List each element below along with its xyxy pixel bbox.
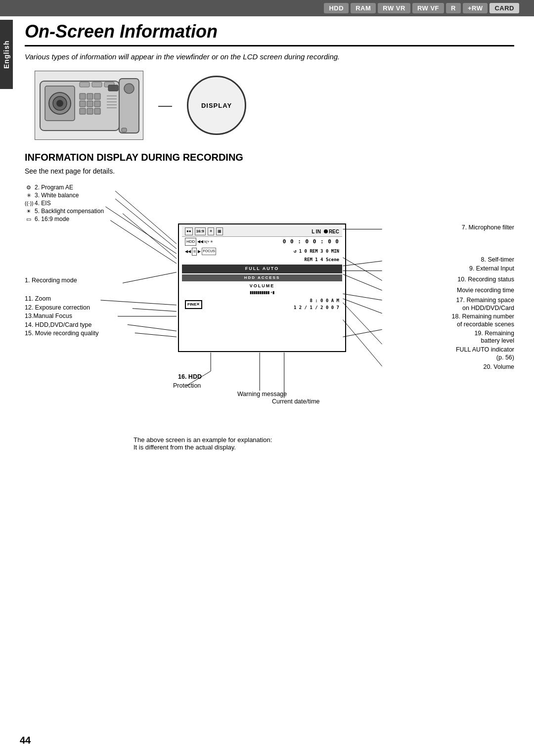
label-mic-pos: 7. Microphone filter xyxy=(462,222,514,231)
label-of-scenes: of recordable scenes xyxy=(447,321,514,328)
nav-rwvf[interactable]: RW VF xyxy=(412,3,444,13)
page-title: On-Screen Information xyxy=(25,21,514,46)
svg-line-43 xyxy=(343,299,382,313)
screen-full-auto: FULL AUTO xyxy=(182,265,342,273)
label-on-hdd: on HDD/DVD/Card xyxy=(452,305,514,311)
svg-line-41 xyxy=(343,274,382,291)
camera-section: — DISPLAY xyxy=(25,71,514,140)
screen-display-box: ●● 16:9 ☀ ▦ L IN REC HDD ◀◀ k(» xyxy=(178,223,346,352)
label-wb: 3. White balance xyxy=(35,192,79,199)
label-movie-time-pos: Movie recording time xyxy=(457,285,514,294)
svg-rect-9 xyxy=(87,93,93,99)
svg-rect-11 xyxy=(80,101,86,107)
screen-date: 1 2 / 1 / 2 0 0 7 xyxy=(294,305,339,311)
svg-line-44 xyxy=(343,329,382,337)
label-rec-mode-pos: 1. Recording mode xyxy=(25,275,77,284)
svg-rect-12 xyxy=(87,101,93,107)
label-movie-time: Movie recording time xyxy=(457,287,514,294)
display-button: DISPLAY xyxy=(187,76,246,135)
label-self-timer: 8. Self-timer xyxy=(481,256,514,263)
language-tab: English xyxy=(0,20,13,89)
arrow-connector: — xyxy=(158,97,172,113)
camera-image xyxy=(35,71,143,140)
diagram-area: ⚙ 2. Program AE ✳ 3. White balance ((·))… xyxy=(25,184,514,421)
screen-time: 0 0 : 0 0 : 0 0 xyxy=(283,238,339,246)
footer-line1: The above screen is an example for expla… xyxy=(134,436,514,444)
footer-note: The above screen is an example for expla… xyxy=(25,436,514,451)
nav-rwvr[interactable]: RW VR xyxy=(378,3,410,13)
nav-r[interactable]: R xyxy=(446,3,461,13)
label-battery2: battery level xyxy=(471,337,514,344)
screen-volume-label: VOLUME xyxy=(182,283,342,290)
svg-point-24 xyxy=(124,84,134,93)
svg-line-31 xyxy=(123,272,177,283)
screen-rem1: ↺ 1 0 REM 3 0 MIN xyxy=(294,248,339,255)
screen-hdd-access: HDD ACCESS xyxy=(182,274,342,281)
svg-line-30 xyxy=(110,221,177,264)
label-wb-row: ✳ 3. White balance xyxy=(25,192,104,199)
nav-card[interactable]: CARD xyxy=(490,3,519,13)
svg-rect-22 xyxy=(108,85,118,91)
label-page56: (p. 56) xyxy=(487,354,514,361)
svg-rect-5 xyxy=(80,82,89,87)
label-on-hdd-pos: on HDD/DVD/Card xyxy=(452,303,514,312)
label-prog-ae-row: ⚙ 2. Program AE xyxy=(25,184,104,191)
eis-icon: ((·)) xyxy=(25,200,33,206)
svg-line-46 xyxy=(343,320,382,366)
wb-icon: ✳ xyxy=(25,192,33,199)
label-full-auto: FULL AUTO indicator xyxy=(456,346,514,353)
label-zoom: 11. Zoom xyxy=(25,295,51,302)
label-backlight-row: ☀ 5. Backlight compensation xyxy=(25,208,104,215)
svg-rect-25 xyxy=(122,128,127,132)
label-ext-input-pos: 9. External Input xyxy=(469,264,514,272)
backlight-icon: ☀ xyxy=(25,208,33,215)
label-hdd16-pos: 16. HDD xyxy=(178,372,202,381)
screen-rem2: REM 1 4 Scene xyxy=(305,257,339,264)
screen-lin: L IN xyxy=(312,228,321,235)
label-exposure: 12. Exposure correction xyxy=(25,304,90,311)
left-top-labels: ⚙ 2. Program AE ✳ 3. White balance ((·))… xyxy=(25,184,104,223)
screen-finex: FINE✕ xyxy=(185,300,202,309)
label-focus: 13.Manual Focus xyxy=(25,312,72,319)
svg-line-26 xyxy=(115,191,177,244)
nav-plusrw[interactable]: +RW xyxy=(463,3,488,13)
label-rem-scenes: 18. Remaining number xyxy=(452,313,514,320)
label-exposure-pos: 12. Exposure correction xyxy=(25,303,90,311)
label-volume-pos: 20. Volume xyxy=(483,362,514,371)
display-label: DISPLAY xyxy=(201,102,232,109)
see-next-text: See the next page for details. xyxy=(25,167,514,175)
svg-line-42 xyxy=(343,294,382,300)
label-movie-quality: 15. Movie recording quality xyxy=(25,330,98,337)
svg-line-40 xyxy=(343,258,382,281)
label-169-row: ▭ 6. 16:9 mode xyxy=(25,216,104,222)
subtitle: Various types of information will appear… xyxy=(25,52,514,61)
svg-point-4 xyxy=(56,100,63,107)
svg-line-27 xyxy=(115,199,177,249)
prog-ae-icon: ⚙ xyxy=(25,184,33,191)
nav-hdd[interactable]: HDD xyxy=(324,3,349,13)
label-backlight: 5. Backlight compensation xyxy=(35,208,104,215)
svg-rect-8 xyxy=(80,93,86,99)
nav-ram[interactable]: RAM xyxy=(351,3,376,13)
169-icon: ▭ xyxy=(25,216,33,222)
label-rec-mode: 1. Recording mode xyxy=(25,277,77,284)
label-rem-space: 17. Remaining space xyxy=(456,297,514,304)
label-rec-status-pos: 10. Recording status xyxy=(457,274,514,283)
section-heading: INFORMATION DISPLAY DURING RECORDING xyxy=(25,152,514,163)
label-date: Current date/time xyxy=(272,398,320,405)
label-battery2-pos: battery level xyxy=(471,336,514,345)
svg-line-45 xyxy=(343,303,382,344)
svg-rect-16 xyxy=(94,108,100,114)
svg-line-38 xyxy=(343,261,382,266)
label-mic: 7. Microphone filter xyxy=(462,224,514,231)
label-eis-row: ((·)) 4. EIS xyxy=(25,200,104,207)
label-self-timer-pos: 8. Self-timer xyxy=(481,255,514,264)
footer-line2: It is different from the actual display. xyxy=(134,444,514,451)
label-focus-pos: 13.Manual Focus xyxy=(25,311,72,320)
svg-line-36 xyxy=(135,333,177,337)
label-169: 6. 16:9 mode xyxy=(35,216,69,222)
main-content: On-Screen Information Various types of i… xyxy=(0,16,534,471)
svg-rect-15 xyxy=(87,108,93,114)
label-prog-ae: 2. Program AE xyxy=(35,184,73,191)
label-ext-input: 9. External Input xyxy=(469,265,514,272)
